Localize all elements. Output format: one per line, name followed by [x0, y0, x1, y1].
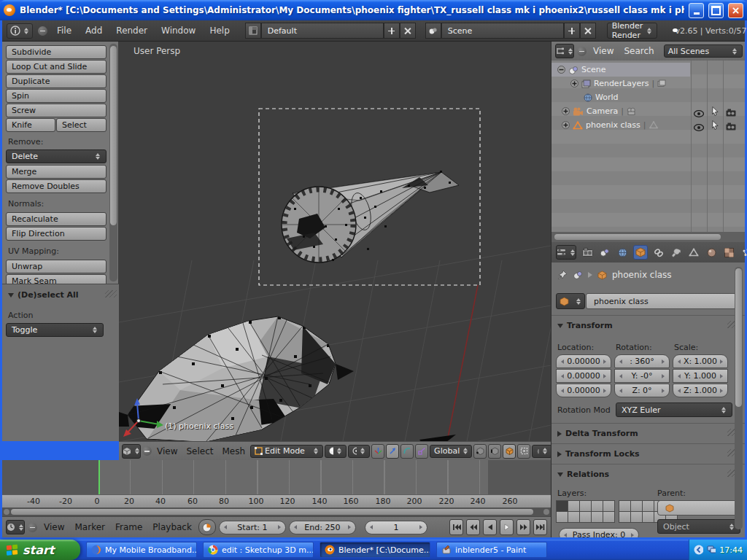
- layer-toggle[interactable]: [568, 501, 579, 511]
- tab-material[interactable]: [705, 246, 718, 259]
- object-crumb-icon[interactable]: [597, 271, 607, 280]
- location-z-field[interactable]: 0.00000: [556, 384, 611, 397]
- outliner-search-menu[interactable]: Search: [620, 46, 657, 56]
- scale-manipulator-button[interactable]: [415, 444, 428, 459]
- menu-file[interactable]: File: [53, 26, 76, 36]
- transform-orientation-dropdown[interactable]: Global: [430, 445, 472, 458]
- properties-scrollbar[interactable]: [735, 267, 743, 529]
- scale-z-field[interactable]: Z: 1.000: [673, 384, 728, 397]
- scene-delete-button[interactable]: [580, 23, 596, 39]
- timeline-view-menu[interactable]: View: [40, 522, 68, 532]
- outliner-scrollbar[interactable]: [551, 232, 745, 242]
- camera-selectability-toggle[interactable]: [711, 105, 719, 119]
- limit-selection-visible-button[interactable]: [517, 444, 530, 459]
- location-y-field[interactable]: 0.00000: [556, 369, 611, 383]
- 3d-viewport[interactable]: User Persp (1) phoenix class: [119, 42, 551, 441]
- location-x-field[interactable]: 0.00000: [556, 354, 611, 368]
- merge-button[interactable]: Merge: [6, 165, 107, 179]
- subdivide-button[interactable]: Subdivide: [6, 45, 107, 59]
- flip-direction-button[interactable]: Flip Direction: [6, 227, 107, 241]
- tree-row-phoenix-class[interactable]: phoenix class |: [551, 118, 658, 132]
- translate-manipulator-button[interactable]: [386, 444, 399, 459]
- layer-toggle[interactable]: [619, 501, 630, 511]
- editor-type-button-properties[interactable]: [556, 245, 576, 260]
- play-button[interactable]: [500, 519, 514, 535]
- remove-doubles-button[interactable]: Remove Doubles: [6, 179, 107, 193]
- knife-button[interactable]: Knife: [6, 118, 55, 132]
- duplicate-button[interactable]: Duplicate: [6, 74, 107, 88]
- camera-render-toggle[interactable]: [726, 106, 736, 120]
- editor-type-button-outliner[interactable]: [555, 44, 574, 58]
- phoenix-selectability-toggle[interactable]: [711, 119, 719, 133]
- delta-transform-panel-header[interactable]: Delta Transform: [557, 429, 638, 438]
- loop-cut-button[interactable]: Loop Cut and Slide: [6, 60, 107, 74]
- task-blender[interactable]: Blender* [C:\Docume...: [320, 542, 430, 558]
- mark-seam-button[interactable]: Mark Seam: [6, 274, 107, 284]
- scrollbar-thumb[interactable]: [11, 509, 533, 515]
- scrollbar-thumb[interactable]: [554, 234, 721, 240]
- recalculate-button[interactable]: Recalculate: [6, 212, 107, 226]
- layer-toggle[interactable]: [592, 512, 603, 522]
- layer-toggle[interactable]: [643, 512, 654, 522]
- editor-type-button-3dview[interactable]: [122, 444, 141, 459]
- layer-toggle[interactable]: [557, 501, 568, 511]
- editor-type-button-info[interactable]: [7, 23, 33, 39]
- redo-panel-header[interactable]: (De)select All: [8, 290, 79, 300]
- rotation-z-field[interactable]: Z: 0°: [614, 384, 670, 397]
- layer-toggle[interactable]: [619, 512, 630, 522]
- phoenix-render-toggle[interactable]: [726, 120, 736, 133]
- play-reverse-button[interactable]: [483, 519, 497, 535]
- tab-modifiers[interactable]: [670, 246, 683, 259]
- scale-x-field[interactable]: X: 1.000: [673, 354, 728, 368]
- timeline-strip[interactable]: [2, 460, 551, 494]
- tab-render[interactable]: [581, 246, 594, 259]
- object-id-button[interactable]: [556, 293, 585, 309]
- spin-button[interactable]: Spin: [6, 89, 107, 103]
- parent-type-dropdown[interactable]: Object: [657, 519, 740, 534]
- rotation-mode-dropdown[interactable]: XYZ Euler: [616, 402, 732, 417]
- proportional-edit-dropdown[interactable]: [532, 445, 552, 458]
- task-firefox[interactable]: My Mobile Broadband...: [86, 542, 197, 558]
- restore-button[interactable]: [708, 3, 724, 18]
- pin-icon[interactable]: [557, 270, 568, 280]
- face-select-button[interactable]: [503, 444, 516, 459]
- frame-start-field[interactable]: Start: 1: [219, 521, 286, 534]
- collapse-menus-icon[interactable]: [577, 47, 587, 56]
- scene-crumb-icon[interactable]: [573, 271, 583, 279]
- task-sketchup[interactable]: edit : Sketchup 3D m...: [203, 542, 314, 558]
- layer-toggle[interactable]: [568, 512, 579, 522]
- previous-keyframe-button[interactable]: [466, 519, 480, 535]
- tab-particles[interactable]: [740, 246, 747, 259]
- layer-toggle[interactable]: [592, 501, 603, 511]
- current-frame-field[interactable]: 1: [365, 521, 427, 534]
- timeline-playback-menu[interactable]: Playback: [149, 522, 196, 532]
- render-engine-dropdown[interactable]: Blender Render: [607, 23, 658, 39]
- scene-name-field[interactable]: Scene: [441, 23, 564, 39]
- network-icon[interactable]: [707, 545, 716, 554]
- screw-button[interactable]: Screw: [6, 104, 107, 117]
- layer-toggle[interactable]: [643, 501, 654, 511]
- knife-select-button[interactable]: Select: [56, 118, 107, 132]
- menu-add[interactable]: Add: [81, 26, 107, 36]
- manipulator-toggle-button[interactable]: [371, 444, 384, 459]
- timeline-frame-menu[interactable]: Frame: [112, 522, 146, 532]
- object-name-field[interactable]: phoenix class: [586, 293, 742, 309]
- timeline-playhead[interactable]: [98, 460, 100, 494]
- tab-scene[interactable]: [598, 246, 611, 259]
- next-keyframe-button[interactable]: [516, 519, 530, 535]
- menu-window[interactable]: Window: [157, 26, 200, 36]
- tab-object-data[interactable]: [687, 246, 700, 259]
- jump-to-end-button[interactable]: [533, 519, 547, 535]
- editor-type-button-timeline[interactable]: [6, 520, 25, 534]
- collapse-menus-icon[interactable]: [38, 26, 47, 36]
- relations-panel-header[interactable]: Relations: [557, 470, 609, 479]
- layer-toggle[interactable]: [631, 501, 642, 511]
- parent-field[interactable]: [657, 500, 740, 516]
- tab-constraints[interactable]: [652, 246, 665, 259]
- outliner-view-menu[interactable]: View: [589, 46, 617, 56]
- collapse-menus-icon[interactable]: [28, 523, 37, 532]
- tree-row-renderlayers[interactable]: RenderLayers |: [551, 77, 666, 90]
- scene-add-button[interactable]: [564, 23, 580, 39]
- edge-select-button[interactable]: [488, 444, 501, 459]
- display-filter-dropdown[interactable]: All Scenes: [664, 44, 743, 58]
